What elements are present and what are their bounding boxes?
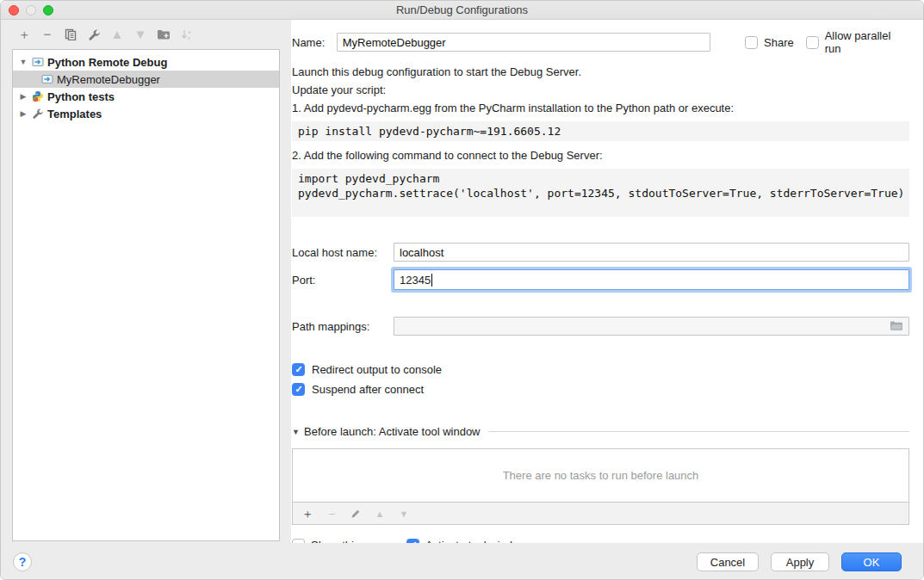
port-input[interactable]: 12345 bbox=[394, 269, 909, 290]
settrace-code-line2: pydevd_pycharm.settrace('localhost', por… bbox=[298, 186, 903, 201]
name-label: Name: bbox=[292, 36, 337, 49]
window-controls bbox=[9, 5, 53, 15]
svg-text:a: a bbox=[188, 29, 191, 34]
share-checkbox[interactable] bbox=[745, 36, 758, 49]
tree-item-myremotedebugger[interactable]: MyRemoteDebugger bbox=[13, 71, 279, 88]
share-label: Share bbox=[764, 36, 794, 49]
allow-parallel-run-checkbox[interactable] bbox=[806, 36, 819, 49]
move-task-down-icon[interactable]: ▼ bbox=[397, 507, 411, 521]
tree-item-label: Python Remote Debug bbox=[47, 56, 167, 69]
tree-item-label: Python tests bbox=[47, 90, 115, 103]
port-value: 12345 bbox=[400, 274, 431, 287]
local-host-name-input[interactable] bbox=[394, 243, 909, 262]
configuration-editor: Name: Share Allow parallel run Launch th… bbox=[291, 20, 923, 543]
browse-folder-icon[interactable] bbox=[890, 320, 903, 334]
text-caret bbox=[431, 274, 432, 287]
move-task-up-icon[interactable]: ▲ bbox=[373, 507, 387, 521]
copy-configuration-icon[interactable] bbox=[64, 28, 78, 41]
redirect-output-checkbox[interactable] bbox=[292, 363, 305, 376]
show-this-page-label: Show this page bbox=[311, 539, 388, 543]
remote-debug-icon bbox=[40, 74, 53, 85]
redirect-output-row[interactable]: Redirect output to console bbox=[292, 363, 909, 376]
settrace-code: import pydevd_pycharmpydevd_pycharm.sett… bbox=[292, 169, 909, 217]
before-launch-tasks-list[interactable]: There are no tasks to run before launch bbox=[292, 448, 909, 503]
remove-configuration-icon[interactable]: − bbox=[40, 28, 54, 41]
close-window-button[interactable] bbox=[9, 5, 19, 15]
activate-tool-window-checkbox[interactable] bbox=[406, 539, 419, 543]
no-tasks-message: There are no tasks to run before launch bbox=[503, 469, 699, 482]
suspend-after-connect-checkbox[interactable] bbox=[292, 383, 305, 396]
configurations-sidebar: ＋ − ▲ ▼ az ▼ bbox=[1, 20, 291, 543]
port-label: Port: bbox=[292, 274, 394, 287]
minimize-window-button[interactable] bbox=[26, 5, 36, 15]
chevron-down-icon[interactable]: ▼ bbox=[19, 58, 28, 66]
path-mappings-label: Path mappings: bbox=[292, 320, 394, 333]
tasks-toolbar: ＋ − ▲ ▼ bbox=[292, 503, 909, 525]
tree-item-label: MyRemoteDebugger bbox=[57, 73, 160, 86]
suspend-after-connect-row[interactable]: Suspend after connect bbox=[292, 383, 909, 396]
edit-task-pencil-icon[interactable] bbox=[349, 507, 363, 521]
redirect-output-label: Redirect output to console bbox=[312, 363, 442, 376]
svg-text:z: z bbox=[188, 35, 190, 40]
move-down-icon[interactable]: ▼ bbox=[133, 28, 147, 41]
launch-instruction-text: Launch this debug configuration to start… bbox=[292, 63, 909, 81]
activate-tool-window-row[interactable]: Activate tool window bbox=[406, 539, 527, 543]
zoom-window-button[interactable] bbox=[43, 5, 53, 15]
help-button[interactable]: ? bbox=[13, 552, 32, 571]
section-divider bbox=[488, 431, 909, 432]
activate-tool-window-label: Activate tool window bbox=[425, 539, 527, 543]
window-title: Run/Debug Configurations bbox=[396, 3, 528, 16]
update-script-text: Update your script: bbox=[292, 81, 909, 99]
settrace-code-line1: import pydevd_pycharm bbox=[298, 171, 903, 186]
tree-item-label: Templates bbox=[47, 108, 102, 120]
share-checkbox-row[interactable]: Share bbox=[745, 36, 794, 49]
help-label: ? bbox=[19, 555, 27, 569]
path-mappings-input[interactable] bbox=[394, 317, 909, 336]
step1-text: 1. Add pydevd-pycharm.egg from the PyCha… bbox=[292, 99, 909, 117]
local-host-name-label: Local host name: bbox=[292, 246, 394, 259]
step2-text: 2. Add the following command to connect … bbox=[292, 146, 909, 164]
remote-debug-icon bbox=[31, 57, 44, 68]
add-task-icon[interactable]: ＋ bbox=[301, 507, 314, 521]
show-this-page-row[interactable]: Show this page bbox=[292, 539, 388, 543]
allow-parallel-run-checkbox-row[interactable]: Allow parallel run bbox=[806, 29, 909, 55]
configurations-tree: ▼ Python Remote Debug MyRemoteDebugger ▶ bbox=[12, 49, 280, 541]
python-tests-icon bbox=[31, 91, 44, 102]
new-folder-icon[interactable] bbox=[157, 28, 171, 41]
edit-defaults-wrench-icon[interactable] bbox=[87, 28, 101, 41]
before-launch-section-header[interactable]: ▼ Before launch: Activate tool window bbox=[292, 425, 909, 438]
pip-install-code: pip install pydevd-pycharm~=191.6605.12 bbox=[292, 121, 909, 141]
suspend-after-connect-label: Suspend after connect bbox=[312, 383, 424, 396]
chevron-right-icon[interactable]: ▶ bbox=[19, 92, 28, 101]
titlebar: Run/Debug Configurations bbox=[1, 1, 923, 20]
tree-item-python-remote-debug[interactable]: ▼ Python Remote Debug bbox=[13, 53, 279, 71]
apply-button[interactable]: Apply bbox=[771, 552, 829, 571]
sort-alphabetically-icon[interactable]: az bbox=[180, 28, 194, 41]
cancel-button[interactable]: Cancel bbox=[697, 552, 759, 571]
sidebar-toolbar: ＋ − ▲ ▼ az bbox=[1, 20, 291, 49]
ok-button[interactable]: OK bbox=[841, 552, 902, 571]
run-debug-configurations-dialog: Run/Debug Configurations ＋ − ▲ ▼ az bbox=[0, 0, 924, 580]
before-launch-label: Before launch: Activate tool window bbox=[304, 425, 481, 438]
move-up-icon[interactable]: ▲ bbox=[110, 28, 124, 41]
add-configuration-icon[interactable]: ＋ bbox=[17, 28, 31, 41]
chevron-right-icon[interactable]: ▶ bbox=[19, 109, 28, 118]
dialog-footer: ? Cancel Apply OK bbox=[1, 543, 923, 580]
tree-item-templates[interactable]: ▶ Templates bbox=[13, 105, 279, 122]
name-input[interactable] bbox=[337, 33, 711, 52]
show-this-page-checkbox[interactable] bbox=[292, 539, 305, 543]
chevron-down-icon[interactable]: ▼ bbox=[292, 428, 304, 436]
remove-task-icon[interactable]: − bbox=[325, 507, 338, 521]
wrench-icon bbox=[31, 108, 44, 120]
allow-parallel-run-label: Allow parallel run bbox=[825, 29, 909, 55]
tree-item-python-tests[interactable]: ▶ Python tests bbox=[13, 88, 279, 105]
